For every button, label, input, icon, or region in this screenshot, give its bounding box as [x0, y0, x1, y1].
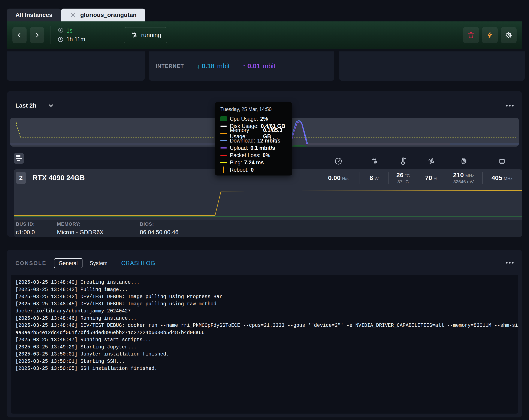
app-window: All Instances glorious_orangutan 1s 1h 1… [0, 0, 529, 420]
status-running-label: running [141, 32, 161, 39]
console-log-line: [2025-03-25 13:48:46] DEV/TEST DEBUG: do… [15, 322, 514, 329]
gpu-stat-core-clock: 210MHz 32646 mV [445, 169, 482, 186]
gpu-bios: BIOS: 86.04.50.00.46 [140, 221, 178, 236]
tab-bar: All Instances glorious_orangutan [7, 9, 145, 21]
console-log-line: [2025-03-25 13:48:47] Running start scri… [15, 337, 514, 344]
status-block: 1s 1h 11m [57, 27, 85, 43]
card-left [7, 52, 145, 81]
console-more-menu[interactable] [506, 262, 514, 264]
packet-loss-swatch [220, 155, 227, 156]
settings-button[interactable] [501, 27, 516, 43]
gpu-memory: MEMORY: Micron - GDDR6X [57, 221, 104, 236]
internet-label: INTERNET [156, 63, 184, 69]
gpu-name: RTX 4090 24GB [33, 174, 85, 182]
toolbar-divider [51, 26, 51, 44]
console-log-line: [2025-03-25 13:48:46] Running instance..… [15, 315, 514, 322]
destroy-instance-button[interactable] [463, 27, 479, 43]
uptime-value: 1h 11m [66, 36, 85, 43]
download-swatch [220, 140, 227, 141]
console-log-line: [2025-03-25 13:50:05] SSH installation f… [15, 365, 514, 372]
instance-toolbar: 1s 1h 11m running [7, 21, 522, 49]
download-spike [290, 121, 307, 144]
console-log-line: [2025-03-25 13:48:42] DEV/TEST DEBUG: Im… [15, 293, 514, 301]
console-label: CONSOLE [15, 260, 46, 266]
console-panel: CONSOLE General System CRASHLOG [2025-03… [7, 250, 522, 418]
gpu-stats: 0.00H/s 8W 26°C 37 °C 70% 210MHz 32 [317, 169, 522, 186]
tab-instance[interactable]: glorious_orangutan [61, 9, 145, 21]
console-log-line: [2025-03-25 13:50:01] Jupyter installati… [15, 351, 514, 358]
gpu-list-view-button[interactable] [14, 153, 24, 164]
console-log-line: [2025-03-25 13:50:01] Starting SSH... [15, 358, 514, 365]
console-log-line: [2025-03-25 13:48:40] Creating instance.… [15, 279, 514, 286]
gpu-chart [14, 186, 522, 220]
time-range-dropdown[interactable]: Last 2h [15, 102, 54, 109]
status-running-button[interactable]: running [124, 27, 167, 43]
console-log-line: docker.io/library/ubuntu:jammy-20240427 [15, 308, 514, 315]
prev-instance-button[interactable] [13, 27, 26, 43]
tooltip-timestamp: Tuesday, 25 Mar, 14:50 [220, 107, 287, 112]
upload-unit: mbit [263, 62, 276, 70]
reboot-instance-button[interactable] [482, 27, 498, 43]
gpu-details-footer: BUS ID: c1:00.0 MEMORY: Micron - GDDR6X … [14, 220, 522, 237]
console-log-line: [2025-03-25 13:48:45] DEV/TEST DEBUG: Im… [15, 301, 514, 308]
cpu-swatch [220, 116, 227, 121]
cpu-chip-icon [460, 157, 468, 165]
gpu-index-badge: 2 [16, 172, 26, 184]
tooltip-row-download: Download: 12 mbit/s [220, 137, 287, 144]
upload-swatch [220, 148, 227, 149]
console-log-line: aa3ae2b54e12dc4df061f7bfd59ded896ebb271c… [15, 329, 514, 337]
gpu-chart-svg [14, 186, 522, 220]
metrics-more-menu[interactable] [506, 105, 514, 107]
gpu-stat-power: 8W [360, 169, 388, 186]
console-log-line: [2025-03-25 13:49:29] Starting Jupyter..… [15, 344, 514, 351]
upload-arrow-icon: ↑ [242, 63, 246, 70]
lightning-bolt-icon [486, 31, 494, 39]
tooltip-row-ping: Ping: 7.24 ms [220, 159, 287, 166]
card-right [339, 52, 525, 81]
internet-upload: ↑ 0.01 mbit [242, 62, 275, 70]
gpu-stat-header-icons [317, 157, 522, 165]
chart-tooltip: Tuesday, 25 Mar, 14:50 Cpu Usage: 2% Dis… [215, 102, 292, 176]
close-icon[interactable] [70, 12, 76, 18]
memory-swatch [220, 133, 227, 134]
gpu-yellow-line [14, 190, 522, 216]
tooltip-row-upload: Upload: 0.1 mbit/s [220, 144, 287, 151]
console-tab-general[interactable]: General [54, 258, 82, 268]
console-log-line: [2025-03-25 13:48:42] Pulling image... [15, 286, 514, 294]
gpu-stat-mem-clock: 405MHz [482, 169, 522, 186]
gauge-icon [334, 157, 343, 165]
tab-instance-label: glorious_orangutan [80, 12, 137, 18]
power-plug-icon [370, 157, 378, 165]
tab-all-instances[interactable]: All Instances [7, 9, 61, 21]
tab-all-instances-label: All Instances [15, 12, 53, 18]
download-unit: mbit [217, 62, 230, 70]
internet-download: ↓ 0.18 mbit [197, 62, 230, 70]
tooltip-row-packet-loss: Packet Loss: 0% [220, 151, 287, 159]
chevron-left-icon [16, 31, 23, 39]
gpu-stat-fan: 70% [418, 169, 445, 186]
tooltip-row-memory: Memory Usage: 0.1/85.3 GB [220, 130, 287, 137]
crashlog-link[interactable]: CRASHLOG [121, 260, 156, 267]
gpu-stat-temperature: 26°C 37 °C [388, 169, 418, 186]
ping-swatch [220, 162, 227, 163]
gear-icon [505, 31, 513, 39]
trash-icon [467, 31, 475, 39]
disk-swatch [220, 126, 227, 127]
next-instance-button[interactable] [30, 27, 44, 43]
gpu-row[interactable]: 2 RTX 4090 24GB 0.00H/s 8W 26°C 37 °C 70… [14, 169, 522, 220]
memory-chip-icon [498, 157, 506, 165]
time-range-label: Last 2h [15, 102, 36, 109]
heartbeat-icon [57, 28, 64, 34]
metrics-panel: Last 2h Tuesday, 25 Mar, 14:50 Cpu Usage… [7, 91, 522, 237]
gpu-stat-hashrate: 0.00H/s [317, 169, 360, 186]
tooltip-row-cpu: Cpu Usage: 2% [220, 115, 287, 122]
chevron-right-icon [33, 31, 41, 39]
console-tab-system[interactable]: System [88, 259, 109, 268]
chevron-down-icon [48, 102, 54, 109]
upload-value: 0.01 [247, 62, 260, 70]
tooltip-row-reboot: Reboot: 0 [220, 166, 287, 173]
fan-icon [427, 157, 436, 165]
download-arrow-icon: ↓ [197, 63, 200, 70]
heartbeat-value: 1s [66, 27, 73, 34]
reboot-swatch [223, 166, 224, 173]
